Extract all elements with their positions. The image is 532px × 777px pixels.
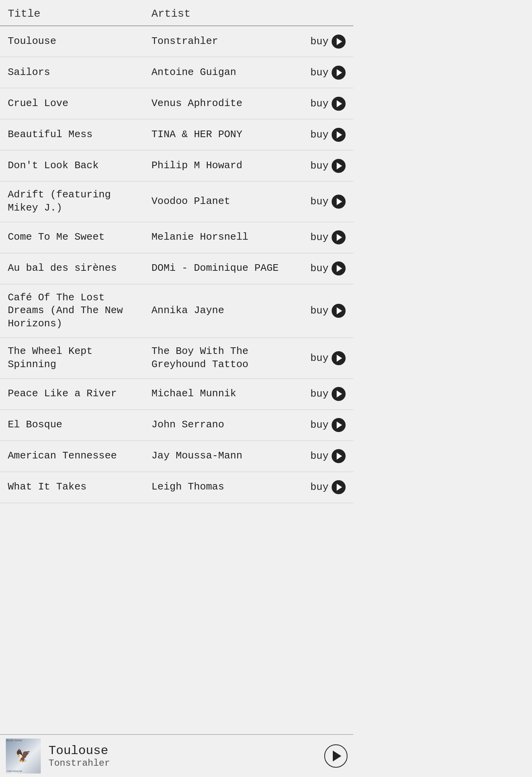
track-actions: buy xyxy=(310,418,346,432)
thumbnail-label-top: BLAKE RAVEN xyxy=(7,739,22,742)
header-title: Title xyxy=(8,8,151,20)
track-actions: buy xyxy=(310,304,346,318)
buy-link[interactable]: buy xyxy=(310,450,329,462)
track-title: Au bal des sirènes xyxy=(8,262,151,275)
track-play-button[interactable] xyxy=(332,449,346,463)
track-artist: Michael Munnik xyxy=(151,387,310,401)
track-title: Sailors xyxy=(8,66,151,79)
track-row: El BosqueJohn Serranobuy xyxy=(0,410,353,441)
track-artist: Annika Jayne xyxy=(151,304,310,317)
track-title: Adrift (featuring Mikey J.) xyxy=(8,188,151,215)
content-area: Title Artist ToulouseTonstrahlerbuySailo… xyxy=(0,0,353,550)
track-title: The Wheel Kept Spinning xyxy=(8,345,151,371)
track-row: Peace Like a RiverMichael Munnikbuy xyxy=(0,379,353,410)
track-actions: buy xyxy=(310,159,346,173)
track-actions: buy xyxy=(310,195,346,209)
track-artist: Melanie Horsnell xyxy=(151,231,310,244)
track-row: Beautiful MessTINA & HER PONYbuy xyxy=(0,119,353,150)
track-artist: DOMi - Dominique PAGE xyxy=(151,262,310,275)
header-artist: Artist xyxy=(151,8,346,20)
track-list: ToulouseTonstrahlerbuySailorsAntoine Gui… xyxy=(0,26,353,503)
track-artist: The Boy With The Greyhound Tattoo xyxy=(151,345,310,371)
track-artist: Voodoo Planet xyxy=(151,195,310,208)
now-playing-track: Toulouse xyxy=(49,744,324,758)
track-play-button[interactable] xyxy=(332,159,346,173)
track-title: El Bosque xyxy=(8,418,151,432)
thumbnail-inner: 🦅 xyxy=(6,739,41,774)
track-artist: Antoine Guigan xyxy=(151,66,310,79)
now-playing-thumbnail: 🦅 BLAKE RAVEN TONSTRAHLER xyxy=(6,739,41,774)
track-actions: buy xyxy=(310,261,346,275)
track-actions: buy xyxy=(310,66,346,80)
track-artist: Leigh Thomas xyxy=(151,481,310,494)
buy-link[interactable]: buy xyxy=(310,160,329,172)
track-actions: buy xyxy=(310,230,346,244)
track-artist: Jay Moussa-Mann xyxy=(151,449,310,463)
buy-link[interactable]: buy xyxy=(310,305,329,317)
track-play-button[interactable] xyxy=(332,97,346,111)
track-row: Au bal des sirènesDOMi - Dominique PAGEb… xyxy=(0,253,353,284)
track-title: Peace Like a River xyxy=(8,387,151,401)
track-title: Beautiful Mess xyxy=(8,128,151,141)
bird-icon: 🦅 xyxy=(16,748,31,764)
buy-link[interactable]: buy xyxy=(310,36,329,47)
buy-link[interactable]: buy xyxy=(310,481,329,493)
track-title: American Tennessee xyxy=(8,449,151,463)
track-play-button[interactable] xyxy=(332,230,346,244)
buy-link[interactable]: buy xyxy=(310,263,329,274)
track-play-button[interactable] xyxy=(332,480,346,494)
track-actions: buy xyxy=(310,35,346,49)
buy-link[interactable]: buy xyxy=(310,196,329,207)
track-play-button[interactable] xyxy=(332,35,346,49)
track-actions: buy xyxy=(310,387,346,401)
buy-link[interactable]: buy xyxy=(310,388,329,400)
track-play-button[interactable] xyxy=(332,66,346,80)
table-header: Title Artist xyxy=(0,0,353,26)
track-play-button[interactable] xyxy=(332,304,346,318)
track-artist: John Serrano xyxy=(151,418,310,432)
track-play-button[interactable] xyxy=(332,418,346,432)
track-artist: TINA & HER PONY xyxy=(151,128,310,141)
track-artist: Tonstrahler xyxy=(151,35,310,48)
track-artist: Philip M Howard xyxy=(151,159,310,172)
track-play-button[interactable] xyxy=(332,261,346,275)
track-title: Café Of The Lost Dreams (And The New Hor… xyxy=(8,291,151,331)
track-actions: buy xyxy=(310,97,346,111)
track-actions: buy xyxy=(310,128,346,142)
now-playing-info: Toulouse Tonstrahler xyxy=(49,744,324,768)
buy-link[interactable]: buy xyxy=(310,419,329,431)
track-title: Don't Look Back xyxy=(8,159,151,172)
track-play-button[interactable] xyxy=(332,195,346,209)
thumbnail-label-bottom: TONSTRAHLER xyxy=(7,770,22,773)
track-title: Toulouse xyxy=(8,35,151,48)
buy-link[interactable]: buy xyxy=(310,352,329,364)
track-title: Come To Me Sweet xyxy=(8,231,151,244)
track-play-button[interactable] xyxy=(332,128,346,142)
track-artist: Venus Aphrodite xyxy=(151,97,310,110)
track-actions: buy xyxy=(310,480,346,494)
buy-link[interactable]: buy xyxy=(310,98,329,110)
track-row: SailorsAntoine Guiganbuy xyxy=(0,57,353,88)
now-playing-bar: 🦅 BLAKE RAVEN TONSTRAHLER Toulouse Tonst… xyxy=(0,734,353,777)
track-title: What It Takes xyxy=(8,481,151,494)
track-play-button[interactable] xyxy=(332,351,346,365)
track-row: The Wheel Kept SpinningThe Boy With The … xyxy=(0,338,353,379)
track-actions: buy xyxy=(310,351,346,365)
now-playing-play-button[interactable] xyxy=(324,744,348,768)
buy-link[interactable]: buy xyxy=(310,232,329,243)
track-actions: buy xyxy=(310,449,346,463)
track-row: Café Of The Lost Dreams (And The New Hor… xyxy=(0,284,353,338)
track-row: American TennesseeJay Moussa-Mannbuy xyxy=(0,441,353,472)
track-title: Cruel Love xyxy=(8,97,151,110)
track-row: ToulouseTonstrahlerbuy xyxy=(0,26,353,57)
track-row: What It TakesLeigh Thomasbuy xyxy=(0,472,353,503)
track-row: Come To Me SweetMelanie Horsnellbuy xyxy=(0,222,353,253)
now-playing-artist: Tonstrahler xyxy=(49,758,324,768)
buy-link[interactable]: buy xyxy=(310,129,329,141)
track-row: Cruel LoveVenus Aphroditebuy xyxy=(0,88,353,119)
track-row: Don't Look BackPhilip M Howardbuy xyxy=(0,150,353,181)
track-row: Adrift (featuring Mikey J.)Voodoo Planet… xyxy=(0,181,353,222)
buy-link[interactable]: buy xyxy=(310,67,329,78)
track-play-button[interactable] xyxy=(332,387,346,401)
